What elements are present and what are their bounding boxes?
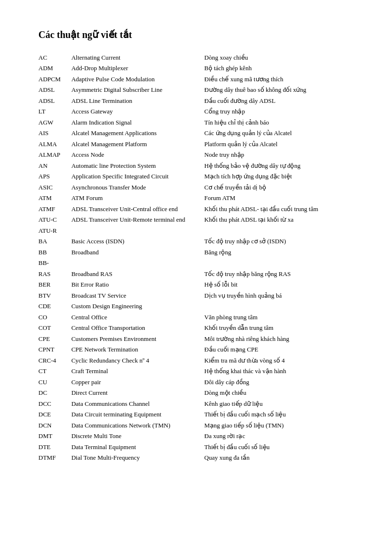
table-row: CRC-4Cyclic Redundancy Check nº 4Kiểm tr… [38,355,358,366]
abbr-cell: CPNT [38,344,71,355]
en-cell: Automatic line Protection System [71,160,204,171]
vi-cell: Tín hiệu chỉ thị cảnh báo [204,117,358,128]
table-row: DCCData Communications ChannelKênh giao … [38,398,358,409]
en-cell: Copper pair [71,377,204,388]
abbr-cell: AGW [38,117,71,128]
vi-cell: Điều chế xung mã tương thích [204,74,358,85]
vi-cell: Kiểm tra mã dư thừa vòng số 4 [204,355,358,366]
table-row: DCNData Communications Network (TMN)Mạng… [38,420,358,431]
vi-cell: Đầu cuối mạng CPE [204,344,358,355]
abbr-cell: AC [38,52,71,63]
en-cell: Custom Design Engineering [71,301,204,312]
vi-cell: Bộ tách ghép kênh [204,63,358,74]
en-cell: Access Gateway [71,106,204,117]
abbr-cell: CPE [38,333,71,344]
vi-cell: Đường dây thuê bao số không đối xứng [204,85,358,96]
vi-cell: Băng rộng [204,247,358,258]
abbr-cell: CT [38,366,71,377]
table-row: ALMAPAccess NodeNode truy nhập [38,150,358,161]
table-row: ATMFADSL Transceiver Unit-Central office… [38,203,358,214]
en-cell: Broadband [71,247,204,258]
abbr-cell: CO [38,312,71,323]
en-cell: Discrete Multi Tone [71,431,204,442]
abbr-cell: DTMF [38,452,71,464]
en-cell: Cyclic Redundancy Check nº 4 [71,355,204,366]
en-cell [71,258,204,269]
table-row: ALMA Alcatel Management PlatformPlatform… [38,138,358,150]
table-row: ASICAsynchronous Transfer ModeCơ chế tru… [38,182,358,193]
en-cell: Dial Tone Multi-Frequency [71,452,204,464]
abbreviation-table: ACAlternating CurrentDòng xoay chiềuADMA… [38,52,358,463]
en-cell: Broadband RAS [71,268,204,279]
abbr-cell: BER [38,279,71,290]
en-cell: Direct Current [71,388,204,399]
vi-cell: Đôi dây cáp đồng [204,377,358,388]
en-cell: ADSL Transceiver Unit-Remote terminal en… [71,214,204,226]
vi-cell [204,258,358,269]
table-row: LTAccess GatewayCổng truy nhập [38,106,358,117]
table-row: DTMFDial Tone Multi-FrequencyQuay xung đ… [38,452,358,464]
en-cell: Adaptive Pulse Code Modulation [71,74,204,85]
abbr-cell: ATU-R [38,225,71,236]
vi-cell: Mạch tích hợp ứng dụng đặc biệt [204,171,358,182]
abbr-cell: COT [38,323,71,334]
en-cell: ADSL Transceiver Unit-Central office end [71,203,204,214]
en-cell: Bit Error Ratio [71,279,204,290]
en-cell: ATM Forum [71,193,204,204]
abbr-cell: BTV [38,290,71,301]
abbr-cell: ADPCM [38,74,71,85]
vi-cell: Mạng giao tiếp số liệu (TMN) [204,420,358,431]
abbr-cell: ATU-C [38,214,71,226]
vi-cell: Đa xung rời rạc [204,431,358,442]
vi-cell: Hệ thống khai thác và vận hành [204,366,358,377]
vi-cell: Forum ATM [204,193,358,204]
table-row: ACAlternating CurrentDòng xoay chiều [38,52,358,63]
vi-cell: Dòng một chiều [204,388,358,399]
table-row: ADSLAsymmetric Digital Subscriber LineĐư… [38,85,358,96]
en-cell: Basic Access (ISDN) [71,236,204,247]
vi-cell: Khối thu phát ADSL- tại đầu cuối trung t… [204,203,358,214]
vi-cell: Tốc độ truy nhập băng rộng RAS [204,268,358,279]
en-cell: Data Communications Channel [71,398,204,409]
table-row: CUCopper pairĐôi dây cáp đồng [38,377,358,388]
abbr-cell: ALMA [38,138,71,150]
abbr-cell: DCN [38,420,71,431]
en-cell: Alcatel Management Platform [71,138,204,150]
table-row: CTCraft TerminalHệ thống khai thác và vậ… [38,366,358,377]
vi-cell: Hệ thống bảo vệ đường dây tự động [204,160,358,171]
page-title: Các thuật ngữ viết tắt [38,29,358,40]
table-row: COTCentral Office TransportationKhối tru… [38,323,358,334]
vi-cell: Cổng truy nhập [204,106,358,117]
table-row: BABasic Access (ISDN)Tốc độ truy nhập cơ… [38,236,358,247]
table-row: CPECustomers Premises EnvironmentMôi trư… [38,333,358,344]
table-row: COCentral OfficeVăn phòng trung tâm [38,312,358,323]
abbr-cell: DCE [38,409,71,420]
table-row: DCDirect CurrentDòng một chiều [38,388,358,399]
vi-cell [204,225,358,236]
en-cell: CPE Network Termination [71,344,204,355]
abbr-cell: APS [38,171,71,182]
en-cell: Customers Premises Environment [71,333,204,344]
vi-cell: Môi trường nhà riêng khách hàng [204,333,358,344]
table-row: ANAutomatic line Protection SystemHệ thố… [38,160,358,171]
table-row: ATU-R [38,225,358,236]
table-row: ADSLADSL Line TerminationĐầu cuối đường … [38,95,358,106]
en-cell: Alcatel Management Applications [71,128,204,139]
table-row: ATMATM ForumForum ATM [38,193,358,204]
en-cell: Central Office [71,312,204,323]
vi-cell: Tốc độ truy nhập cơ sở (ISDN) [204,236,358,247]
abbr-cell: ADM [38,63,71,74]
en-cell: Application Specific Integrated Circuit [71,171,204,182]
en-cell: ADSL Line Termination [71,95,204,106]
en-cell: Alternating Current [71,52,204,63]
abbr-cell: LT [38,106,71,117]
abbr-cell: RAS [38,268,71,279]
abbr-cell: AN [38,160,71,171]
abbr-cell: BA [38,236,71,247]
abbr-cell: ATM [38,193,71,204]
table-row: RAS Broadband RASTốc độ truy nhập băng r… [38,268,358,279]
en-cell: Add-Drop Multiplexer [71,63,204,74]
abbr-cell: DMT [38,431,71,442]
vi-cell [204,301,358,312]
en-cell: Asynchronous Transfer Mode [71,182,204,193]
